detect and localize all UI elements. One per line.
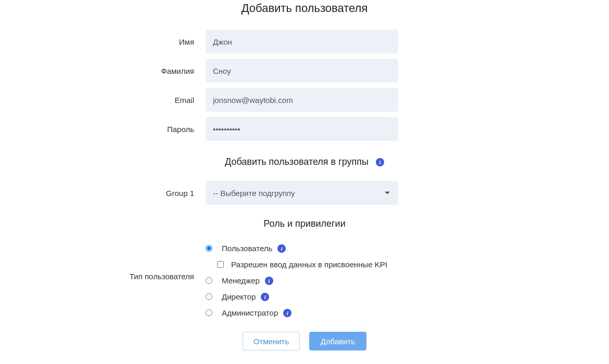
user-type-label: Тип пользователя xyxy=(0,244,206,281)
password-row: Пароль xyxy=(0,117,609,141)
email-row: Email xyxy=(0,88,609,112)
group1-select-wrap: -- Выберите подгруппу xyxy=(206,181,398,205)
roles-header: Роль и привилегии xyxy=(0,218,609,229)
page-title: Добавить пользователя xyxy=(0,2,609,15)
role-options: Пользователь i Разрешен ввод данных в пр… xyxy=(206,244,414,317)
role-director-label: Директор xyxy=(222,292,256,301)
role-admin-radio[interactable] xyxy=(206,309,212,316)
info-icon[interactable]: i xyxy=(265,277,273,285)
role-admin-row: Администратор i xyxy=(206,308,414,317)
add-user-form: Добавить пользователя Имя Фамилия Email … xyxy=(0,0,609,350)
first-name-row: Имя xyxy=(0,30,609,54)
buttons-row: Отменить Добавить xyxy=(0,332,609,350)
info-icon[interactable]: i xyxy=(283,309,291,317)
role-user-label: Пользователь xyxy=(222,244,272,253)
submit-button[interactable]: Добавить xyxy=(309,332,366,350)
info-icon[interactable]: i xyxy=(261,293,269,301)
group1-label: Group 1 xyxy=(0,189,206,198)
role-user-radio[interactable] xyxy=(206,245,212,252)
role-section: Тип пользователя Пользователь i Разрешен… xyxy=(0,244,609,317)
role-director-radio[interactable] xyxy=(206,293,212,300)
role-user-row: Пользователь i xyxy=(206,244,414,253)
password-input[interactable] xyxy=(206,117,398,141)
group1-select[interactable]: -- Выберите подгруппу xyxy=(206,181,398,205)
role-admin-label: Администратор xyxy=(222,308,278,317)
email-input[interactable] xyxy=(206,88,398,112)
role-manager-radio[interactable] xyxy=(206,277,212,284)
last-name-input[interactable] xyxy=(206,59,398,83)
role-manager-row: Менеджер i xyxy=(206,276,414,285)
first-name-input[interactable] xyxy=(206,30,398,54)
role-user-kpi-checkbox[interactable] xyxy=(217,261,224,268)
groups-header-row: Добавить пользователя в группы i xyxy=(0,157,609,167)
last-name-row: Фамилия xyxy=(0,59,609,83)
cancel-button[interactable]: Отменить xyxy=(243,332,300,350)
info-icon[interactable]: i xyxy=(376,158,384,166)
password-label: Пароль xyxy=(0,125,206,134)
first-name-label: Имя xyxy=(0,37,206,46)
role-user-kpi-label: Разрешен ввод данных в присвоенные KPI xyxy=(231,260,387,269)
last-name-label: Фамилия xyxy=(0,67,206,75)
role-user-kpi-row: Разрешен ввод данных в присвоенные KPI xyxy=(217,260,414,269)
group1-row: Group 1 -- Выберите подгруппу xyxy=(0,181,609,205)
role-manager-label: Менеджер xyxy=(222,276,260,285)
groups-header: Добавить пользователя в группы xyxy=(225,157,369,167)
info-icon[interactable]: i xyxy=(277,244,286,253)
email-label: Email xyxy=(0,96,206,105)
role-director-row: Директор i xyxy=(206,292,414,301)
